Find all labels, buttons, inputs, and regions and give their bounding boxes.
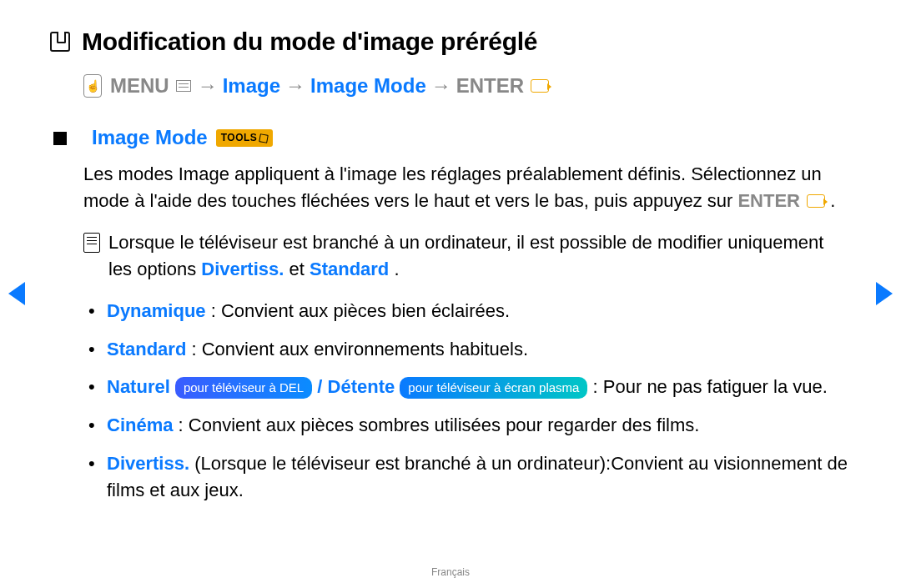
list-item: Cinéma : Convient aux pièces sombres uti… bbox=[88, 412, 851, 439]
enter-icon bbox=[531, 79, 549, 93]
note-opt-standard: Standard bbox=[310, 259, 389, 279]
next-page-arrow[interactable] bbox=[876, 282, 893, 305]
pill-plasma: pour téléviseur à écran plasma bbox=[400, 377, 587, 399]
tools-badge: TOOLS bbox=[216, 129, 274, 147]
mode-desc: : Convient aux pièces sombres utilisées … bbox=[179, 415, 700, 435]
mode-desc: (Lorsque le téléviseur est branché à un … bbox=[107, 453, 848, 500]
section: Image Mode TOOLS Les modes Image appliqu… bbox=[83, 123, 851, 504]
note-row: Lorsque le téléviseur est branché à un o… bbox=[83, 229, 851, 283]
page-title: Modification du mode d'image préréglé bbox=[82, 23, 537, 60]
mode-list: Dynamique : Convient aux pièces bien écl… bbox=[88, 298, 851, 504]
breadcrumb: ☝ MENU → Image → Image Mode → ENTER bbox=[83, 72, 851, 101]
note-post: . bbox=[394, 259, 399, 279]
mode-name-divertiss: Divertiss. bbox=[107, 453, 189, 474]
list-item: Standard : Convient aux environnements h… bbox=[88, 336, 851, 363]
title-row: Modification du mode d'image préréglé bbox=[50, 23, 851, 60]
intro-text: Les modes Image appliquent à l'image les… bbox=[83, 163, 822, 211]
section-title: Image Mode bbox=[92, 123, 208, 153]
footer-language: Français bbox=[0, 565, 901, 580]
list-item: Dynamique : Convient aux pièces bien écl… bbox=[88, 298, 851, 324]
mode-name-dynamique: Dynamique bbox=[107, 300, 206, 321]
mode-desc: : Pour ne pas fatiguer la vue. bbox=[593, 376, 828, 397]
note-mid: et bbox=[289, 259, 309, 279]
prev-page-arrow[interactable] bbox=[8, 282, 25, 305]
note-icon bbox=[83, 233, 100, 253]
breadcrumb-menu: MENU bbox=[110, 72, 169, 101]
list-item: Divertiss. (Lorsque le téléviseur est br… bbox=[88, 450, 851, 504]
arrow-icon: → bbox=[285, 72, 305, 101]
note-opt-divertiss: Divertiss. bbox=[201, 259, 284, 279]
slash: / bbox=[317, 376, 327, 397]
arrow-icon: → bbox=[198, 72, 218, 101]
mode-desc: : Convient aux environnements habituels. bbox=[191, 339, 528, 359]
mode-name-detente: Détente bbox=[328, 376, 395, 397]
breadcrumb-enter: ENTER bbox=[456, 72, 524, 101]
mode-desc: : Convient aux pièces bien éclairées. bbox=[211, 300, 510, 321]
square-bullet-icon bbox=[53, 132, 67, 145]
intro-enter: ENTER bbox=[737, 190, 800, 211]
intro-paragraph: Les modes Image appliquent à l'image les… bbox=[83, 161, 851, 214]
note-text: Lorsque le téléviseur est branché à un o… bbox=[108, 229, 851, 283]
breadcrumb-image: Image bbox=[223, 72, 280, 101]
mode-name-naturel: Naturel bbox=[107, 376, 170, 397]
list-item: Naturel pour téléviseur à DEL / Détente … bbox=[88, 374, 851, 400]
bookmark-icon bbox=[50, 32, 70, 52]
intro-period: . bbox=[830, 190, 835, 211]
arrow-icon: → bbox=[431, 72, 451, 101]
menu-icon bbox=[176, 80, 191, 92]
enter-icon bbox=[807, 194, 825, 208]
pill-del: pour téléviseur à DEL bbox=[175, 377, 312, 399]
mode-name-standard: Standard bbox=[107, 339, 186, 359]
hand-icon: ☝ bbox=[83, 74, 102, 98]
section-head: Image Mode TOOLS bbox=[83, 123, 851, 153]
breadcrumb-image-mode: Image Mode bbox=[310, 72, 426, 101]
mode-name-cinema: Cinéma bbox=[107, 415, 173, 435]
